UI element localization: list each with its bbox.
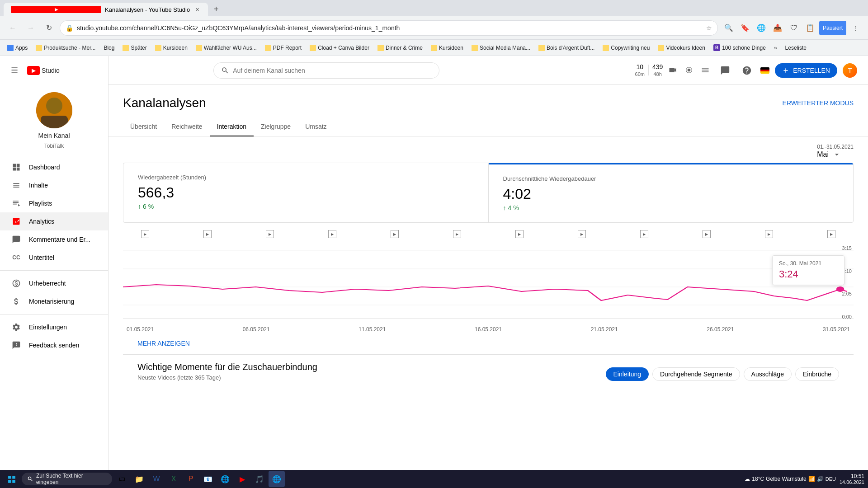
play-icon-7[interactable]: ▶ [515,230,524,238]
bookmark-more-button[interactable]: » [770,43,781,53]
extension-icon-5[interactable]: 🛡 [787,21,801,35]
bookmark-leseliste[interactable]: Leseliste [782,43,810,53]
bookmark-blog[interactable]: Blog [100,43,118,53]
play-icon-3[interactable]: ▶ [266,230,274,238]
extended-mode-button[interactable]: ERWEITERTER MODUS [783,99,854,107]
taskbar-icon-word[interactable]: W [148,471,165,487]
date-selector: 01.-31.05.2021 Mai [108,136,868,159]
bookmark-schoene[interactable]: B 100 schöne Dinge [710,42,769,53]
sidebar-item-analytics[interactable]: Analytics [0,212,108,230]
play-icon-11[interactable]: ▶ [765,230,773,238]
bookmark-kursideen[interactable]: Kursideen [151,43,191,53]
taskbar-icon-browser[interactable]: 🌐 [269,471,285,487]
sidebar-item-monetarisierung[interactable]: Monetarisierung [0,292,108,310]
bookmark-socialmedia-label: Social Media Mana... [480,45,530,51]
search-box[interactable] [213,62,439,79]
taskbar-icon-ppt[interactable]: P [183,471,199,487]
sidebar-item-kommentare[interactable]: Kommentare und Er... [0,230,108,249]
menu-icon[interactable] [699,64,712,76]
play-icon-4[interactable]: ▶ [328,230,336,238]
date-dropdown[interactable]: 01.-31.05.2021 Mai [817,144,854,159]
stat-label-1: 60m [635,71,645,77]
metric-card-avg-duration[interactable]: Durchschnittliche Wiedergabedauer 4:02 ↑… [489,163,854,222]
back-button[interactable]: ← [5,21,20,35]
language-flag [760,67,769,74]
extension-icon-3[interactable]: 🌐 [754,21,769,35]
stat-num-2: 439 [652,63,663,71]
sidebar-item-playlists[interactable]: Playlists [0,194,108,212]
taskbar-icon-files[interactable]: 🗂 [114,471,130,487]
close-tab-button[interactable]: ✕ [193,6,201,13]
bookmark-produktsuche[interactable]: Produktsuche - Mer... [32,43,99,53]
bookmark-videokurs[interactable]: Videokurs Ideen [654,43,709,53]
play-icon-5[interactable]: ▶ [391,230,399,238]
play-icon-6[interactable]: ▶ [453,230,461,238]
reload-button[interactable]: ↻ [42,21,56,35]
tab-reichweite[interactable]: Reichweite [164,117,209,136]
play-icon-9[interactable]: ▶ [640,230,648,238]
taskbar-icon-excel[interactable]: X [165,471,182,487]
taskbar-icon-app4[interactable]: 🎵 [251,471,268,487]
extension-icon-paused[interactable]: Pausiert [819,21,846,35]
create-button[interactable]: ERSTELLEN [775,63,837,78]
segment-tab-durchgehende[interactable]: Durchgehende Segmente [652,367,740,381]
bookmark-apps[interactable]: Apps [4,43,31,53]
bookmark-cload[interactable]: Cload + Canva Bilder [306,43,373,53]
bookmark-wahlfaecher[interactable]: Wahlfächer WU Aus... [192,43,260,53]
sidebar-item-urheberrecht[interactable]: Urheberrecht [0,274,108,292]
new-tab-button[interactable]: + [210,3,222,15]
sidebar-item-feedback[interactable]: Feedback senden [0,336,108,354]
active-tab[interactable]: ▶ Kanalanalysen - YouTube Studio ✕ [4,3,208,16]
extension-icon-4[interactable]: 📥 [770,21,785,35]
segment-tab-einleitung[interactable]: Einleitung [606,367,649,381]
bookmark-star-icon[interactable]: ☆ [706,24,712,32]
metric-card-wiedergabe[interactable]: Wiedergabezeit (Stunden) 566,3 ↑ 6 % [123,163,489,222]
bookmark-socialmedia[interactable]: Social Media Mana... [468,43,534,53]
videokurs-icon [658,45,664,51]
live-icon[interactable] [683,64,695,76]
play-icon-10[interactable]: ▶ [703,230,711,238]
sidebar-item-untertitel[interactable]: CC Untertitel [0,249,108,267]
play-icon-12[interactable]: ▶ [827,230,835,238]
taskbar-icon-app1[interactable]: 📧 [200,471,216,487]
forward-button[interactable]: → [24,21,38,35]
taskbar-clock[interactable]: 10:51 14.06.2021 [840,473,864,485]
sidebar-item-einstellungen[interactable]: Einstellungen [0,318,108,336]
sidebar-item-dashboard[interactable]: Dashboard [0,158,108,176]
extension-icon-6[interactable]: 📋 [803,21,817,35]
mehr-anzeigen-button[interactable]: MEHR ANZEIGEN [123,333,204,354]
segment-tab-einbrueche[interactable]: Einbrüche [795,367,839,381]
taskbar-icon-explorer[interactable]: 📁 [131,471,147,487]
tab-interaktion[interactable]: Interaktion [210,117,254,136]
tab-zielgruppe[interactable]: Zielgruppe [254,117,298,136]
address-bar[interactable]: 🔒 studio.youtube.com/channel/UC6N5u-OiGz… [60,20,718,36]
messages-button[interactable] [717,62,733,79]
hamburger-menu[interactable]: ☰ [7,63,22,78]
bookmark-bois[interactable]: Bois d'Argent Duft... [535,43,598,53]
bookmark-copywriting[interactable]: Copywriting neu [599,43,653,53]
avatar[interactable] [36,92,72,128]
taskbar-search[interactable]: Zur Suche Text hier eingeben [22,473,112,485]
video-upload-icon[interactable] [666,64,679,76]
start-button[interactable] [4,471,20,487]
tab-uebersicht[interactable]: Übersicht [123,117,164,136]
taskbar-icon-app3[interactable]: ▶ [234,471,250,487]
youtube-studio-logo[interactable]: ▶ Studio [27,66,60,75]
help-button[interactable] [739,62,755,79]
search-input[interactable] [233,67,432,74]
play-icon-8[interactable]: ▶ [578,230,586,238]
bookmark-dinner[interactable]: Dinner & Crime [374,43,426,53]
user-avatar[interactable]: T [843,63,857,78]
extension-icon-2[interactable]: 🔖 [738,21,752,35]
extension-icon-1[interactable]: 🔍 [722,21,736,35]
play-icon-1[interactable]: ▶ [141,230,149,238]
taskbar-icon-app2[interactable]: 🌐 [217,471,233,487]
more-options-button[interactable]: ⋮ [848,21,863,35]
bookmark-pdf[interactable]: PDF Report [261,43,305,53]
play-icon-2[interactable]: ▶ [203,230,212,238]
tab-umsatz[interactable]: Umsatz [298,117,334,136]
bookmark-kursideen2[interactable]: Kursideen [427,43,467,53]
bookmark-spaeter[interactable]: Später [119,43,150,53]
sidebar-item-inhalte[interactable]: Inhalte [0,176,108,194]
segment-tab-ausschlaege[interactable]: Ausschläge [744,367,792,381]
